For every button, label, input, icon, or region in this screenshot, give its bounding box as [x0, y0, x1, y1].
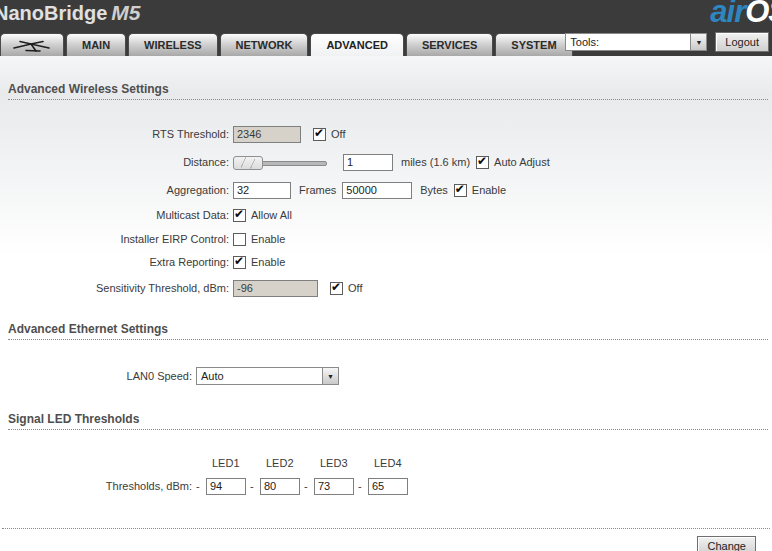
distance-row: Distance: miles (1.6 km) Auto Adjust	[0, 152, 772, 172]
extra-reporting-checkbox[interactable]	[233, 256, 246, 269]
lan0-speed-dropdown[interactable]: Auto ▼	[196, 367, 339, 385]
led-column-headers: LED1 LED2 LED3 LED4	[0, 456, 772, 470]
aggregation-row: Aggregation: Frames Bytes Enable	[0, 180, 772, 200]
led4-threshold-input[interactable]	[368, 478, 408, 495]
led3-minus-sign: -	[304, 480, 314, 492]
installer-eirp-row: Installer EIRP Control: Enable	[0, 229, 772, 249]
tab-system[interactable]: SYSTEM	[495, 33, 572, 56]
sensitivity-row: Sensitivity Threshold, dBm: Off	[0, 278, 772, 298]
tools-dropdown-value: Tools:	[566, 36, 603, 48]
sensitivity-input	[233, 280, 318, 297]
aggregation-enable-label: Enable	[472, 184, 506, 196]
led1-minus-sign: -	[196, 480, 206, 492]
led2-minus-sign: -	[250, 480, 260, 492]
distance-slider-handle[interactable]	[233, 156, 263, 170]
led4-threshold-group: -	[358, 478, 412, 495]
multicast-allow-label: Allow All	[251, 209, 292, 221]
tab-services[interactable]: SERVICES	[406, 33, 493, 56]
header-controls: Tools: ▼ Logout	[565, 32, 769, 52]
led1-threshold-group: -	[196, 478, 250, 495]
aggregation-frames-label: Frames	[299, 184, 336, 196]
led-thresholds-label: Thresholds, dBm:	[0, 480, 192, 492]
led3-threshold-group: -	[304, 478, 358, 495]
tab-network[interactable]: NETWORK	[220, 33, 309, 56]
distance-unit-label: miles (1.6 km)	[401, 156, 470, 168]
led-thresholds-row: Thresholds, dBm: - - - -	[0, 476, 772, 496]
section-title-advanced-ethernet: Advanced Ethernet Settings	[8, 322, 768, 340]
change-button[interactable]: Change	[697, 536, 756, 551]
chevron-down-icon[interactable]: ▼	[322, 368, 338, 384]
installer-eirp-label: Installer EIRP Control:	[0, 233, 229, 245]
multicast-label: Multicast Data:	[0, 209, 229, 221]
rts-threshold-input	[233, 126, 301, 143]
extra-reporting-row: Extra Reporting: Enable	[0, 252, 772, 272]
airos-logo-os: OS	[745, 0, 772, 29]
rts-off-checkbox[interactable]	[313, 128, 326, 141]
aggregation-bytes-input[interactable]	[342, 182, 412, 199]
rts-threshold-label: RTS Threshold:	[0, 128, 229, 140]
aggregation-bytes-label: Bytes	[420, 184, 448, 196]
chevron-down-icon[interactable]: ▼	[690, 34, 706, 50]
tab-bar: MAIN WIRELESS NETWORK ADVANCED SERVICES …	[0, 33, 575, 56]
section-title-advanced-wireless: Advanced Wireless Settings	[8, 56, 768, 100]
multicast-allow-checkbox[interactable]	[233, 209, 246, 222]
sensitivity-label: Sensitivity Threshold, dBm:	[0, 282, 229, 294]
tab-wireless[interactable]: WIRELESS	[128, 33, 217, 56]
distance-input[interactable]	[343, 154, 393, 171]
installer-eirp-enable-label: Enable	[251, 233, 285, 245]
multicast-row: Multicast Data: Allow All	[0, 205, 772, 225]
led2-column-label: LED2	[266, 457, 320, 469]
led4-minus-sign: -	[358, 480, 368, 492]
airos-logo: airOS	[710, 0, 772, 30]
rts-off-label: Off	[331, 128, 345, 140]
aggregation-label: Aggregation:	[0, 184, 229, 196]
sensitivity-off-checkbox[interactable]	[330, 282, 343, 295]
device-model: M5	[111, 1, 140, 24]
tab-advanced[interactable]: ADVANCED	[310, 33, 404, 56]
auto-adjust-checkbox[interactable]	[476, 156, 489, 169]
logout-button[interactable]: Logout	[715, 32, 769, 52]
tab-main[interactable]: MAIN	[66, 33, 126, 56]
extra-reporting-label: Extra Reporting:	[0, 256, 229, 268]
distance-slider[interactable]	[233, 155, 327, 170]
led2-threshold-group: -	[250, 478, 304, 495]
extra-reporting-enable-label: Enable	[251, 256, 285, 268]
header-bar: NanoBridgeM5 airOS MAIN WIRELESS NETWORK…	[0, 0, 772, 56]
main-content: Advanced Wireless Settings RTS Threshold…	[0, 56, 772, 551]
rts-threshold-row: RTS Threshold: Off	[0, 124, 772, 144]
airos-logo-air: air	[710, 0, 745, 29]
device-title: NanoBridgeM5	[0, 1, 141, 25]
lan0-speed-label: LAN0 Speed:	[0, 370, 192, 382]
footer-actions: Change	[0, 529, 772, 551]
led3-threshold-input[interactable]	[314, 478, 354, 495]
sensitivity-off-label: Off	[348, 282, 362, 294]
section-title-signal-led: Signal LED Thresholds	[8, 412, 768, 430]
aggregation-enable-checkbox[interactable]	[454, 184, 467, 197]
device-name: NanoBridge	[0, 2, 107, 24]
aggregation-frames-input[interactable]	[233, 182, 291, 199]
tab-logo[interactable]	[0, 33, 64, 56]
led2-threshold-input[interactable]	[260, 478, 300, 495]
installer-eirp-checkbox[interactable]	[233, 233, 246, 246]
distance-label: Distance:	[0, 156, 229, 168]
ubiquiti-antenna-icon	[12, 38, 52, 53]
auto-adjust-label: Auto Adjust	[494, 156, 550, 168]
led3-column-label: LED3	[320, 457, 374, 469]
lan0-speed-row: LAN0 Speed: Auto ▼	[0, 366, 772, 386]
led1-threshold-input[interactable]	[206, 478, 246, 495]
lan0-speed-value: Auto	[197, 370, 228, 382]
led1-column-label: LED1	[212, 457, 266, 469]
tools-dropdown[interactable]: Tools: ▼	[565, 33, 707, 51]
led4-column-label: LED4	[374, 457, 428, 469]
